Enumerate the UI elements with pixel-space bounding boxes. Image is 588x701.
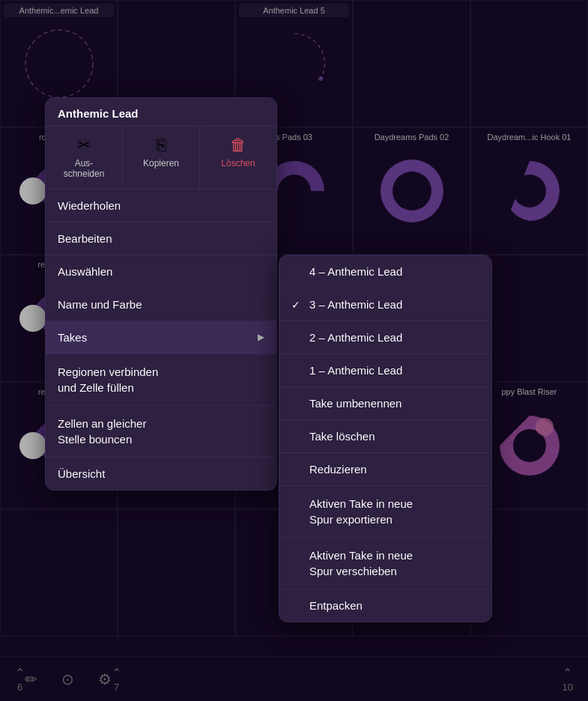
menu-item-takes[interactable]: Takes ▶ [46, 321, 276, 354]
cut-icon: ✂ [77, 136, 91, 155]
menu-item-select[interactable]: Auswählen [46, 255, 276, 288]
reduce-label: Reduzieren [309, 463, 479, 476]
takes-item-1[interactable]: 1 – Anthemic Lead [279, 354, 491, 387]
menu-item-repeat[interactable]: Wiederholen [46, 189, 276, 222]
take4-label: 4 – Anthemic Lead [309, 265, 479, 278]
export-label: Aktiven Take in neueSpur exportieren [309, 496, 479, 527]
takes-item-export[interactable]: Aktiven Take in neueSpur exportieren [279, 486, 491, 538]
context-menu-title: Anthemic Lead [46, 98, 276, 127]
context-menu-toolbar: ✂ Aus-schneiden ⎘ Kopieren 🗑 Löschen [46, 127, 276, 189]
cut-label: Aus-schneiden [64, 158, 105, 180]
toolbar-cut-button[interactable]: ✂ Aus-schneiden [46, 127, 123, 189]
take3-check: ✓ [291, 299, 303, 311]
takes-label: Takes [58, 331, 87, 344]
menu-item-edit[interactable]: Bearbeiten [46, 222, 276, 255]
context-menu-main: Anthemic Lead ✂ Aus-schneiden ⎘ Kopieren… [45, 97, 277, 491]
delete-label: Löschen [221, 158, 255, 169]
take1-label: 1 – Anthemic Lead [309, 364, 479, 377]
move-label: Aktiven Take in neueSpur verschieben [309, 547, 479, 579]
takes-item-3[interactable]: ✓ 3 – Anthemic Lead [279, 288, 491, 321]
context-menu-takes: 4 – Anthemic Lead ✓ 3 – Anthemic Lead 2 … [279, 255, 492, 622]
copy-icon: ⎘ [157, 136, 166, 155]
rename-label: Take umbenennen [309, 397, 479, 410]
submenu-arrow: ▶ [258, 332, 264, 342]
toolbar-copy-button[interactable]: ⎘ Kopieren [123, 127, 200, 189]
takes-item-delete[interactable]: Take löschen [279, 420, 491, 453]
unpack-label: Entpacken [309, 599, 479, 612]
menu-item-name-color[interactable]: Name und Farbe [46, 288, 276, 321]
menu-item-overview[interactable]: Übersicht [46, 458, 276, 490]
take3-label: 3 – Anthemic Lead [309, 298, 479, 311]
menu-item-bounce[interactable]: Zellen an gleicherStelle bouncen [46, 406, 276, 458]
delete-icon: 🗑 [230, 136, 246, 155]
copy-label: Kopieren [143, 158, 179, 169]
takes-item-2[interactable]: 2 – Anthemic Lead [279, 321, 491, 354]
menu-item-merge[interactable]: Regionen verbindenund Zelle füllen [46, 354, 276, 406]
takes-item-4[interactable]: 4 – Anthemic Lead [279, 255, 491, 288]
takes-item-reduce[interactable]: Reduzieren [279, 453, 491, 486]
takedelete-label: Take löschen [309, 430, 479, 443]
takes-item-rename[interactable]: Take umbenennen [279, 387, 491, 420]
take2-label: 2 – Anthemic Lead [309, 331, 479, 344]
toolbar-delete-button[interactable]: 🗑 Löschen [200, 127, 276, 189]
takes-item-unpack[interactable]: Entpacken [279, 589, 491, 622]
takes-item-move[interactable]: Aktiven Take in neueSpur verschieben [279, 538, 491, 589]
